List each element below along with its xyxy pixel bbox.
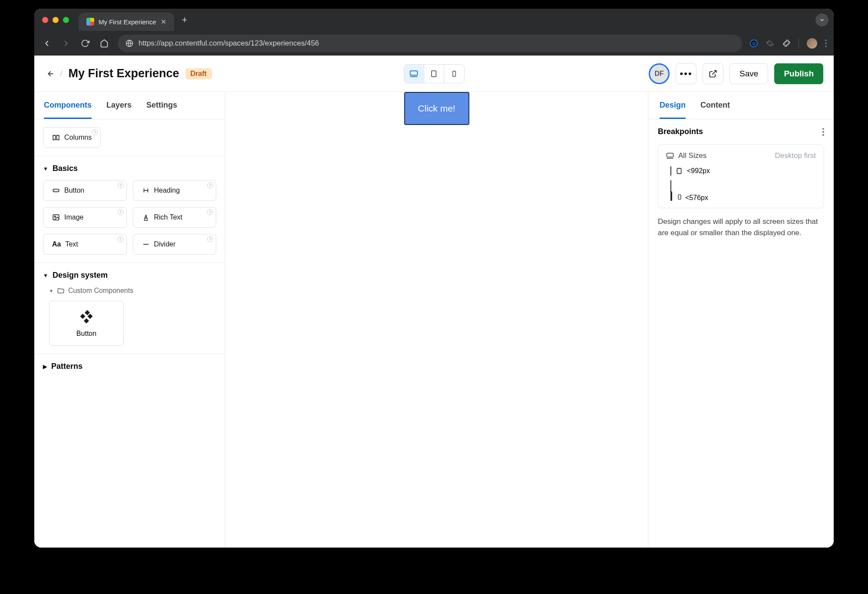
component-text[interactable]: Aa Text ? [43, 234, 127, 255]
gear-icon[interactable] [766, 39, 774, 48]
canvas[interactable]: Click me! [225, 92, 648, 548]
help-icon[interactable]: ? [118, 182, 124, 188]
profile-avatar[interactable] [807, 38, 817, 49]
left-tabs: Components Layers Settings [34, 92, 225, 119]
help-icon[interactable]: ? [92, 129, 98, 135]
chevron-down-icon: ▼ [49, 289, 53, 293]
component-label: Text [65, 240, 78, 248]
tab-design[interactable]: Design [660, 92, 686, 119]
device-preview-toggle [404, 64, 465, 83]
section-basics-header[interactable]: ▼ Basics [43, 164, 216, 173]
component-columns[interactable]: Columns ? [43, 127, 101, 148]
custom-component-button[interactable]: Button [49, 301, 124, 346]
breakpoint-tablet[interactable]: <992px [666, 166, 816, 176]
svg-rect-5 [452, 71, 455, 76]
component-rich-text[interactable]: Rich Text ? [133, 207, 217, 228]
svg-line-6 [712, 70, 716, 74]
svg-rect-20 [80, 314, 85, 319]
help-icon[interactable]: ? [118, 209, 124, 215]
component-label: Rich Text [154, 213, 183, 221]
chevron-down-icon: ▼ [43, 166, 48, 172]
heading-icon [142, 187, 150, 194]
minimize-window-icon[interactable] [53, 17, 59, 23]
forward-icon[interactable] [60, 39, 72, 48]
breakpoints-description: Design changes will apply to all screen … [658, 216, 824, 238]
component-button[interactable]: Button ? [43, 180, 127, 201]
svg-point-14 [54, 216, 56, 217]
svg-rect-24 [677, 168, 681, 174]
device-mobile[interactable] [444, 65, 464, 83]
site-info-icon[interactable] [125, 39, 133, 47]
tab-strip: My First Experience ✕ + [34, 9, 834, 31]
component-divider[interactable]: Divider ? [133, 234, 217, 255]
device-tablet[interactable] [424, 65, 444, 83]
svg-rect-19 [84, 318, 89, 323]
help-icon[interactable]: ? [207, 236, 213, 242]
mobile-icon [677, 194, 683, 200]
header-left: / My First Experience Draft [45, 67, 212, 80]
components-panel: Columns ? ▼ Basics Button [34, 119, 225, 548]
help-icon[interactable]: ? [118, 236, 124, 242]
new-tab-button[interactable]: + [182, 14, 188, 26]
extensions-icon[interactable] [782, 39, 791, 48]
app: / My First Experience Draft DF ••• Save … [34, 56, 834, 548]
right-panel: Design Content Breakpoints All Sizes Des… [648, 92, 834, 548]
breakpoint-all-sizes[interactable]: All Sizes Desktop first [666, 151, 816, 160]
component-label: Button [64, 187, 84, 194]
user-avatar[interactable]: DF [649, 63, 670, 84]
device-desktop[interactable] [404, 65, 424, 83]
open-external-button[interactable] [703, 63, 723, 84]
breakpoint-mode-label: Desktop first [775, 151, 816, 160]
svg-rect-21 [87, 314, 92, 319]
section-patterns-header[interactable]: ▶ Patterns [43, 362, 216, 371]
browser-menu-icon[interactable] [825, 39, 827, 47]
section-design-system-header[interactable]: ▼ Design system [43, 271, 216, 280]
left-panel: Components Layers Settings Columns ? [34, 92, 225, 548]
page-title: My First Experience [68, 67, 179, 80]
tab-content[interactable]: Content [700, 92, 730, 119]
breakpoints-header: Breakpoints [658, 127, 824, 136]
tab-components[interactable]: Components [44, 92, 92, 119]
header-right: DF ••• Save Publish [649, 63, 823, 84]
maximize-window-icon[interactable] [63, 17, 69, 23]
save-button[interactable]: Save [729, 63, 768, 84]
tab-title: My First Experience [99, 18, 156, 26]
onepassword-icon[interactable]: ① [750, 39, 758, 47]
browser-window: My First Experience ✕ + https://app.cont… [34, 9, 834, 548]
canvas-button[interactable]: Click me! [404, 92, 469, 125]
publish-button[interactable]: Publish [774, 63, 823, 84]
reload-icon[interactable] [79, 39, 91, 48]
svg-rect-7 [53, 135, 55, 140]
extension-icons: ① [750, 38, 827, 49]
svg-rect-9 [53, 189, 59, 192]
close-window-icon[interactable] [42, 17, 48, 23]
breakpoints-menu-icon[interactable] [822, 128, 824, 136]
tab-overflow-button[interactable] [815, 13, 828, 26]
svg-rect-22 [667, 153, 673, 157]
component-label: Divider [154, 240, 176, 248]
toolbar: https://app.contentful.com/spaces/123/ex… [34, 31, 834, 56]
url-text: https://app.contentful.com/spaces/123/ex… [139, 39, 319, 48]
breakpoint-mobile[interactable]: <576px [666, 180, 816, 201]
component-label: Heading [154, 187, 180, 194]
component-heading[interactable]: Heading ? [133, 180, 217, 201]
tab-layers[interactable]: Layers [106, 92, 132, 119]
browser-tab[interactable]: My First Experience ✕ [79, 13, 174, 31]
help-icon[interactable]: ? [207, 182, 213, 188]
more-actions-button[interactable]: ••• [676, 63, 696, 84]
close-tab-icon[interactable]: ✕ [161, 18, 166, 26]
tab-settings[interactable]: Settings [146, 92, 177, 119]
back-button[interactable] [45, 69, 54, 79]
svg-rect-18 [85, 310, 90, 315]
text-icon: Aa [52, 240, 61, 248]
component-label: Button [76, 330, 96, 338]
component-image[interactable]: Image ? [43, 207, 127, 228]
component-label: Image [64, 213, 83, 221]
address-bar[interactable]: https://app.contentful.com/spaces/123/ex… [118, 35, 742, 52]
folder-custom-components[interactable]: ▼ Custom Components [49, 287, 216, 295]
right-tabs: Design Content [648, 92, 834, 119]
home-icon[interactable] [99, 39, 110, 48]
help-icon[interactable]: ? [207, 209, 213, 215]
status-badge: Draft [185, 68, 212, 79]
back-icon[interactable] [41, 39, 53, 48]
